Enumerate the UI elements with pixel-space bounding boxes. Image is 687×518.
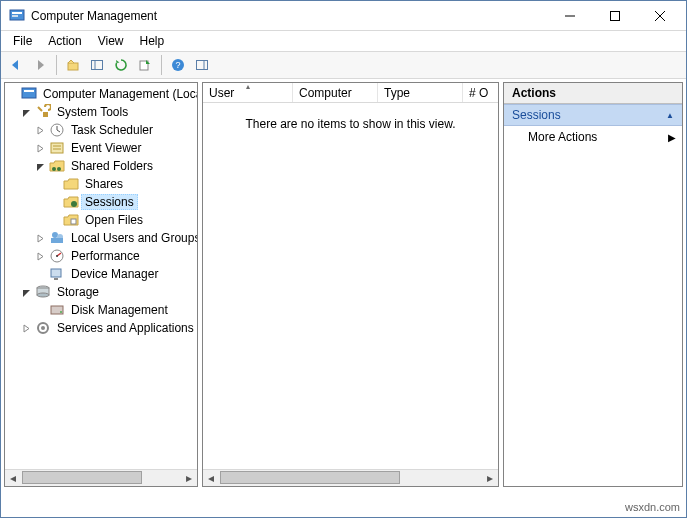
minimize-button[interactable] (547, 2, 592, 30)
tree-node-services-apps[interactable]: Services and Applications (5, 319, 197, 337)
menu-action[interactable]: Action (40, 32, 89, 50)
actions-item-more[interactable]: More Actions ▶ (504, 126, 682, 148)
svg-rect-25 (71, 219, 76, 224)
scrollbar-thumb[interactable] (220, 471, 400, 484)
help-button[interactable]: ? (167, 54, 189, 76)
toolbar-separator (161, 55, 162, 75)
list-body: There are no items to show in this view. (203, 103, 498, 469)
menu-file[interactable]: File (5, 32, 40, 50)
tree-node-event-viewer[interactable]: Event Viewer (5, 139, 197, 157)
col-computer[interactable]: Computer (293, 83, 378, 102)
svg-rect-32 (54, 278, 58, 280)
shared-folder-icon (49, 158, 65, 174)
tree-label: System Tools (53, 104, 132, 120)
services-icon (35, 320, 51, 336)
tree-node-root[interactable]: Computer Management (Local) (5, 85, 197, 103)
tree-hscroll[interactable]: ◂ ▸ (5, 469, 197, 486)
back-button[interactable] (5, 54, 27, 76)
maximize-button[interactable] (592, 2, 637, 30)
tree-node-shared-folders[interactable]: Shared Folders (5, 157, 197, 175)
list-hscroll[interactable]: ◂ ▸ (203, 469, 498, 486)
svg-rect-13 (197, 61, 208, 70)
svg-rect-31 (51, 269, 61, 277)
tree-node-local-users[interactable]: Local Users and Groups (5, 229, 197, 247)
close-button[interactable] (637, 2, 682, 30)
tree-label: Services and Applications (53, 320, 197, 336)
svg-rect-4 (610, 11, 619, 20)
svg-rect-1 (12, 12, 22, 14)
tree-node-shares[interactable]: Shares (5, 175, 197, 193)
menu-bar: File Action View Help (1, 31, 686, 51)
svg-rect-19 (51, 143, 63, 153)
tree-node-performance[interactable]: Performance (5, 247, 197, 265)
svg-point-24 (71, 201, 77, 207)
clock-icon (49, 122, 65, 138)
scroll-left-icon[interactable]: ◂ (203, 470, 219, 485)
chevron-down-icon[interactable] (33, 159, 47, 173)
forward-button[interactable] (29, 54, 51, 76)
chevron-right-icon[interactable] (33, 123, 47, 137)
tree-label: Sessions (81, 194, 138, 210)
svg-rect-2 (12, 15, 18, 17)
refresh-button[interactable] (110, 54, 132, 76)
show-hide-tree-button[interactable] (86, 54, 108, 76)
tree-label: Performance (67, 248, 144, 264)
svg-point-35 (37, 293, 49, 297)
body-area: Computer Management (Local) System Tools… (2, 80, 685, 489)
tree-node-sessions[interactable]: Sessions (5, 193, 197, 211)
actions-item-label: More Actions (528, 130, 597, 144)
nav-tree[interactable]: Computer Management (Local) System Tools… (5, 83, 197, 469)
svg-rect-8 (92, 61, 103, 70)
actions-section-label: Sessions (512, 108, 561, 122)
col-type[interactable]: Type (378, 83, 463, 102)
chevron-right-icon[interactable] (33, 249, 47, 263)
users-icon (49, 230, 65, 246)
chevron-down-icon[interactable] (19, 105, 33, 119)
tree-node-device-manager[interactable]: Device Manager (5, 265, 197, 283)
tree-node-storage[interactable]: Storage (5, 283, 197, 301)
chevron-right-icon[interactable] (33, 231, 47, 245)
col-label: User (209, 86, 234, 100)
tree-label: Shared Folders (67, 158, 157, 174)
svg-rect-15 (22, 88, 36, 98)
actions-section-sessions[interactable]: Sessions ▲ (504, 104, 682, 126)
shares-icon (63, 176, 79, 192)
menu-help[interactable]: Help (132, 32, 173, 50)
scroll-right-icon[interactable]: ▸ (181, 470, 197, 485)
col-label: Type (384, 86, 410, 100)
window-title: Computer Management (31, 9, 157, 23)
performance-icon (49, 248, 65, 264)
tree-label: Open Files (81, 212, 147, 228)
col-open[interactable]: # O (463, 83, 498, 102)
up-button[interactable] (62, 54, 84, 76)
col-user[interactable]: User ▴ (203, 83, 293, 102)
tree-label: Disk Management (67, 302, 172, 318)
tree-label: Event Viewer (67, 140, 145, 156)
tree-node-system-tools[interactable]: System Tools (5, 103, 197, 121)
svg-point-22 (52, 167, 56, 171)
chevron-right-icon: ▶ (668, 132, 676, 143)
disk-icon (49, 302, 65, 318)
tree-node-open-files[interactable]: Open Files (5, 211, 197, 229)
scrollbar-thumb[interactable] (22, 471, 142, 484)
chevron-right-icon[interactable] (19, 321, 33, 335)
chevron-right-icon[interactable] (33, 141, 47, 155)
tree-label: Local Users and Groups (67, 230, 197, 246)
svg-point-30 (56, 255, 58, 257)
list-header: User ▴ Computer Type # O (203, 83, 498, 103)
svg-point-37 (60, 311, 62, 313)
tree-label: Shares (81, 176, 127, 192)
toolbar: ? (1, 51, 686, 79)
tree-node-disk-management[interactable]: Disk Management (5, 301, 197, 319)
svg-rect-28 (51, 238, 63, 243)
collapse-up-icon[interactable]: ▲ (666, 111, 674, 120)
empty-message: There are no items to show in this view. (245, 117, 455, 469)
menu-view[interactable]: View (90, 32, 132, 50)
chevron-down-icon[interactable] (19, 285, 33, 299)
scroll-left-icon[interactable]: ◂ (5, 470, 21, 485)
tree-node-task-scheduler[interactable]: Task Scheduler (5, 121, 197, 139)
scroll-right-icon[interactable]: ▸ (482, 470, 498, 485)
show-hide-action-pane-button[interactable] (191, 54, 213, 76)
col-label: # O (469, 86, 488, 100)
export-button[interactable] (134, 54, 156, 76)
